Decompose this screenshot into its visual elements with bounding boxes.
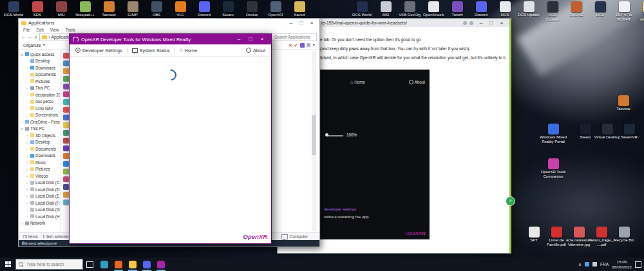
file-icon[interactable] — [63, 138, 69, 144]
start-button[interactable] — [0, 257, 15, 271]
sidebar-item[interactable]: › Local Disk (G:) — [19, 207, 60, 214]
taskbar-app-button[interactable] — [126, 257, 140, 271]
explorer-titlebar[interactable]: Applications – □ × — [19, 19, 319, 27]
sidebar-item[interactable]: Screenshots — [19, 112, 60, 119]
sidebar-item[interactable]: › Local Disk (C:) — [19, 180, 60, 187]
addon-toolbar-icon[interactable] — [300, 43, 305, 48]
expander-icon[interactable]: › — [25, 181, 29, 185]
desktop-icon[interactable]: OvGME — [565, 1, 587, 22]
menu-item[interactable]: View — [50, 28, 59, 32]
file-icon[interactable] — [63, 68, 69, 74]
tab-system-status[interactable]: System Status — [132, 48, 170, 53]
sidebar-item[interactable]: › Network — [19, 220, 60, 227]
search-input[interactable] — [273, 34, 314, 40]
minimize-button[interactable]: – — [476, 19, 486, 27]
file-icon[interactable] — [63, 153, 69, 159]
expander-icon[interactable]: › — [25, 133, 29, 137]
browser-menu-icon[interactable] — [469, 21, 473, 25]
about-button[interactable]: About — [246, 48, 265, 53]
notification-center-icon[interactable] — [635, 261, 641, 268]
close-button[interactable]: × — [497, 19, 507, 27]
maximize-button[interactable]: □ — [486, 19, 497, 27]
tray-overflow-icon[interactable]: ∧ — [578, 262, 582, 267]
file-icon[interactable] — [63, 145, 69, 151]
back-icon[interactable]: ← — [21, 35, 26, 39]
sidebar-item[interactable]: Documents — [19, 71, 60, 79]
tab-developer-settings[interactable]: Developer Settings — [75, 48, 122, 53]
sidebar-item[interactable]: › This PC — [19, 85, 60, 92]
expander-icon[interactable]: › — [25, 187, 29, 191]
file-icon[interactable] — [63, 184, 69, 190]
browser-profile-icon[interactable] — [463, 21, 467, 25]
sidebar-item[interactable]: Pictures — [19, 78, 60, 85]
expander-icon[interactable]: › — [20, 120, 24, 124]
expander-icon[interactable]: › — [25, 86, 29, 90]
sidebar-item[interactable]: › Documents — [19, 145, 60, 153]
sidebar-item[interactable]: › OneDrive - Personal — [19, 118, 60, 126]
desktop-icon[interactable]: DCS Update — [518, 1, 540, 22]
desktop-icon[interactable]: DCS shortcuts — [637, 1, 644, 22]
sidebar-item[interactable]: › Music — [19, 159, 60, 166]
minimize-button[interactable]: – — [286, 19, 296, 27]
sidebar-item[interactable]: › Videos — [19, 173, 60, 180]
desktop-icon[interactable]: 1ST VFW FLIGHT LOG — [613, 1, 635, 22]
minimize-button[interactable]: – — [233, 34, 245, 44]
sidebar-item[interactable]: › Local Disk (D:) — [19, 186, 60, 193]
menu-item[interactable]: Tools — [66, 28, 75, 32]
task-view-button[interactable] — [83, 257, 96, 271]
file-icon[interactable] — [63, 61, 69, 66]
expander-icon[interactable]: › — [25, 154, 29, 158]
sidebar-item[interactable]: doc perso — [19, 98, 60, 106]
organize-button[interactable]: Organize — [23, 43, 41, 48]
maximize-button[interactable]: □ — [245, 34, 256, 44]
expander-icon[interactable]: › — [25, 160, 29, 164]
maximize-button[interactable]: □ — [296, 19, 307, 27]
file-icon[interactable] — [63, 107, 69, 113]
check-toolbar-icon[interactable]: ✓ — [294, 42, 298, 48]
file-icon[interactable] — [63, 91, 69, 97]
sidebar-item[interactable]: Desktop — [19, 58, 60, 65]
close-button[interactable]: × — [307, 19, 317, 27]
tab-home[interactable]: ⌂ Home — [180, 48, 197, 53]
sidebar-item[interactable]: Downloads — [19, 64, 60, 71]
file-icon[interactable] — [63, 115, 69, 120]
desktop-icon[interactable]: Windows Mixed Reality Portal — [540, 124, 567, 144]
expander-icon[interactable]: › — [20, 221, 24, 225]
browser-url[interactable]: te-155-final-openxr-guide-for-wmr-headse… — [321, 21, 463, 25]
language-indicator[interactable]: FRA — [600, 262, 609, 266]
taskbar-app-button[interactable] — [140, 257, 154, 271]
expander-icon[interactable]: › — [25, 167, 29, 171]
file-icon[interactable] — [63, 99, 69, 105]
desktop-icon[interactable]: SteamVR — [616, 124, 643, 140]
recent-dropdown-icon[interactable]: ∨ — [34, 35, 37, 40]
expander-icon[interactable]: › — [25, 214, 29, 218]
desktop-icon[interactable]: OpenXR Tools Companion app — [540, 158, 567, 179]
file-list-scrollbar[interactable] — [312, 51, 316, 231]
desktop-icon[interactable]: Tacview — [610, 95, 637, 111]
taskbar-clock[interactable]: 15:06 06/06/2022 — [612, 259, 632, 269]
sidebar-item[interactable]: › Local Disk (E:) — [19, 193, 60, 200]
taskbar-search-input[interactable] — [25, 261, 80, 267]
view-grid-icon[interactable]: ▦ — [307, 42, 311, 48]
file-icon[interactable] — [63, 53, 69, 59]
volume-tray-icon[interactable] — [592, 262, 597, 266]
taskbar-app-button[interactable] — [154, 257, 168, 271]
openxr-titlebar[interactable]: OpenXR Developer Tools for Windows Mixed… — [70, 34, 271, 44]
file-icon[interactable] — [63, 169, 69, 174]
file-icon[interactable] — [63, 122, 69, 128]
expander-icon[interactable]: › — [25, 147, 29, 151]
scrollbar-thumb[interactable] — [312, 115, 316, 155]
sidebar-toggle-button[interactable]: × — [506, 196, 515, 206]
expander-icon[interactable]: › — [25, 174, 29, 178]
sidebar-item[interactable]: declaration 2022 sur les revenus 2021 — [19, 91, 60, 98]
desktop-icon[interactable]: DCS Updater Utility.exe — [542, 1, 564, 22]
taskbar-app-button[interactable] — [111, 257, 126, 271]
forward-icon[interactable]: → — [28, 35, 32, 39]
file-icon[interactable] — [63, 192, 69, 198]
desktop-icon[interactable]: DCS — [589, 1, 611, 22]
sidebar-item[interactable]: › 3D Objects — [19, 132, 60, 139]
menu-item[interactable]: File — [23, 28, 30, 32]
onedrive-tray-icon[interactable] — [585, 262, 589, 266]
sidebar-item[interactable]: LOG NAV — [19, 105, 60, 112]
expander-icon[interactable]: › — [25, 201, 29, 205]
